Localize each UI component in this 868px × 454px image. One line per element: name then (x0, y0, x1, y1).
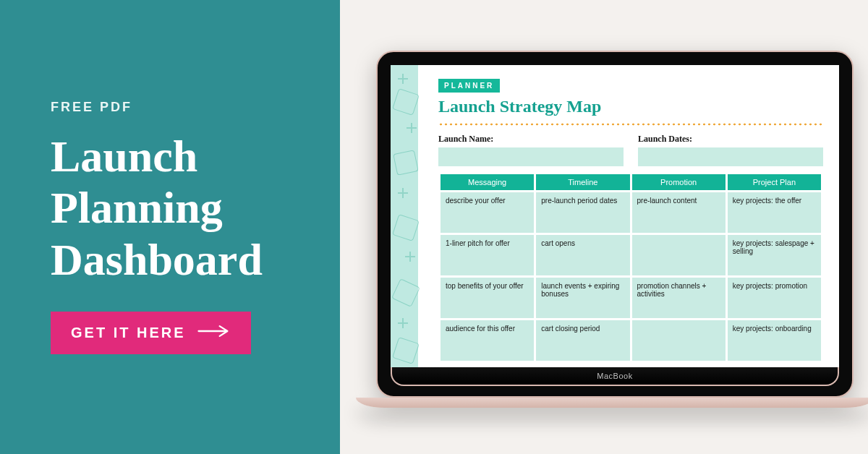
diamond-icon (393, 150, 419, 176)
get-it-here-button[interactable]: GET IT HERE (51, 312, 251, 354)
promo-left-panel: FREE PDF Launch Planning Dashboard GET I… (0, 0, 340, 454)
cell[interactable]: key projects: onboarding (728, 320, 821, 361)
sparkle-icon (398, 74, 408, 84)
laptop-base (356, 398, 868, 408)
sparkle-icon (407, 123, 417, 133)
cell[interactable]: pre-launch content (632, 192, 726, 233)
table-row: 1-liner pitch for offer cart opens key p… (441, 235, 821, 275)
diamond-icon (391, 278, 420, 307)
planner-tag: PLANNER (438, 79, 500, 93)
dotted-divider (438, 122, 823, 127)
launch-name-input[interactable] (438, 147, 624, 166)
table-row: top benefits of your offer launch events… (441, 278, 821, 318)
laptop-screen: PLANNER Launch Strategy Map Launch Name:… (391, 65, 839, 367)
cell[interactable]: cart closing period (536, 320, 629, 361)
col-header: Messaging (441, 174, 534, 190)
promo-headline: Launch Planning Dashboard (51, 131, 297, 286)
cell[interactable]: key projects: the offer (728, 192, 821, 233)
cell[interactable]: key projects: salespage + selling (728, 235, 821, 275)
cell[interactable]: top benefits of your offer (441, 278, 534, 318)
planner-meta-row: Launch Name: Launch Dates: (438, 134, 823, 166)
launch-dates-label: Launch Dates: (638, 134, 823, 145)
cell[interactable]: pre-launch period dates (536, 192, 629, 233)
col-header: Timeline (536, 174, 629, 190)
planner-document: PLANNER Launch Strategy Map Launch Name:… (391, 65, 839, 367)
cell[interactable]: cart opens (536, 235, 629, 275)
cell[interactable]: launch events + expiring bonuses (536, 278, 629, 318)
planner-main: PLANNER Launch Strategy Map Launch Name:… (422, 65, 839, 367)
cell[interactable]: key projects: promotion (728, 278, 821, 318)
promo-right-panel: PLANNER Launch Strategy Map Launch Name:… (340, 0, 868, 454)
col-header: Project Plan (728, 174, 821, 190)
table-row: describe your offer pre-launch period da… (441, 192, 821, 233)
diamond-icon (392, 337, 420, 364)
cell[interactable]: audience for this offer (441, 320, 534, 361)
diamond-icon (392, 214, 420, 241)
laptop-hinge: MacBook (391, 367, 839, 386)
sparkle-icon (398, 188, 408, 198)
arrow-right-icon (197, 323, 231, 343)
cell[interactable]: 1-liner pitch for offer (441, 235, 534, 275)
planner-sidebar-pattern (391, 65, 422, 367)
cell[interactable] (632, 320, 726, 361)
launch-dates-field: Launch Dates: (638, 134, 823, 166)
strategy-table: Messaging Timeline Promotion Project Pla… (438, 172, 823, 363)
sparkle-icon (405, 252, 415, 262)
laptop-brand-label: MacBook (597, 372, 632, 380)
cell[interactable] (632, 235, 726, 275)
table-row: audience for this offer cart closing per… (441, 320, 821, 361)
promo-kicker: FREE PDF (51, 100, 297, 115)
planner-title: Launch Strategy Map (438, 97, 823, 116)
launch-name-label: Launch Name: (438, 134, 624, 145)
laptop-screen-frame: PLANNER Launch Strategy Map Launch Name:… (376, 51, 854, 398)
cell[interactable]: promotion channels + activities (632, 278, 726, 318)
launch-name-field: Launch Name: (438, 134, 624, 166)
cta-label: GET IT HERE (71, 325, 186, 341)
launch-dates-input[interactable] (638, 147, 823, 166)
cell[interactable]: describe your offer (441, 192, 534, 233)
diamond-icon (392, 88, 420, 116)
sparkle-icon (398, 318, 408, 328)
col-header: Promotion (632, 174, 726, 190)
promo-banner: FREE PDF Launch Planning Dashboard GET I… (0, 0, 868, 454)
laptop-mockup: PLANNER Launch Strategy Map Launch Name:… (376, 51, 854, 408)
